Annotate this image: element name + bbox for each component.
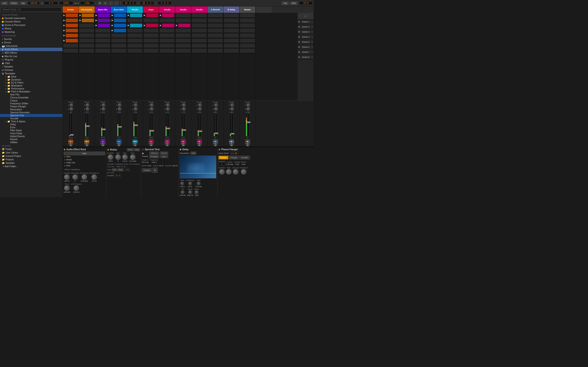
key-btn[interactable]: Key	[282, 2, 289, 5]
search-input[interactable]	[1, 7, 61, 12]
clip-11-2[interactable]	[240, 23, 255, 28]
record-btn[interactable]: ●	[114, 1, 119, 5]
pan-knob-3[interactable]	[116, 140, 122, 140]
clip-4-2[interactable]	[127, 23, 143, 28]
clip-9-3[interactable]	[208, 28, 223, 33]
clip-3-4[interactable]	[111, 33, 127, 38]
fader-2[interactable]	[103, 114, 105, 136]
clip-9-5[interactable]	[208, 38, 223, 43]
mute-btn-11[interactable]: ⚙	[246, 144, 249, 146]
track-num-btn-0[interactable]: 1	[68, 140, 73, 142]
send-a-knob-9[interactable]	[214, 103, 218, 107]
tree-item-delay[interactable]: Delay	[0, 123, 62, 126]
pan-knob-0[interactable]	[68, 140, 73, 140]
fader-6[interactable]	[167, 114, 169, 136]
solo-btn-3[interactable]: S	[116, 142, 121, 144]
place-add-add-folder...[interactable]: + Add Folder...	[0, 165, 62, 168]
feedback-d-knob[interactable]	[188, 182, 192, 185]
place-packs[interactable]: 📦Packs	[0, 148, 62, 151]
send-b-knob-3[interactable]	[118, 107, 121, 111]
track-header-0[interactable]: Drums	[63, 6, 79, 13]
scene-2[interactable]: ▶Scene 33	[298, 29, 313, 34]
fader-7[interactable]	[183, 114, 185, 136]
macro-knob-4[interactable]	[64, 185, 69, 191]
send-a-knob-10[interactable]	[230, 103, 234, 107]
send-b-knob-9[interactable]	[214, 107, 218, 111]
clip-1-1[interactable]	[79, 18, 95, 23]
pan-knob-9[interactable]	[213, 140, 218, 140]
onsets-btn[interactable]: Onsets	[160, 152, 168, 155]
send-a-knob-7[interactable]	[182, 103, 186, 107]
new-macro-btn[interactable]: New	[64, 152, 105, 155]
scene-4[interactable]: ▶Scene 55	[298, 40, 313, 44]
solo-btn-6[interactable]: S	[165, 142, 170, 144]
rate-ph-knob[interactable]	[226, 169, 232, 175]
tree-item-chorus-ensemble[interactable]: Chorus-Ensemble	[0, 96, 62, 99]
clip-3-6[interactable]	[111, 43, 127, 48]
clip-6-4[interactable]	[159, 33, 175, 38]
phaser-led[interactable]	[218, 149, 220, 150]
clip-8-4[interactable]	[191, 33, 207, 38]
clip-0-3[interactable]	[63, 28, 78, 33]
track-header-4[interactable]: Plucks	[127, 6, 143, 13]
sidebar-cat-midi-effects[interactable]: ◇MIDI Effects	[0, 51, 62, 55]
clip-1-6[interactable]	[79, 43, 95, 48]
sidebar-item-favorite-instruments[interactable]: Favorite Instruments	[0, 17, 62, 20]
clip-4-3[interactable]	[127, 28, 143, 33]
pan-knob-7[interactable]	[181, 140, 186, 140]
clip-2-6[interactable]	[95, 43, 111, 48]
solo-btn-0[interactable]: S	[68, 142, 73, 144]
tree-item-dynamics[interactable]: ▸📁Dynamics	[0, 78, 62, 81]
clip-6-5[interactable]	[159, 38, 175, 43]
solo-btn-2[interactable]: S	[100, 142, 105, 144]
fader-thumb-3[interactable]	[119, 126, 122, 127]
macro-knob-1[interactable]	[72, 174, 78, 180]
shift-knob[interactable]	[197, 182, 200, 185]
sidebar-cat-samples[interactable]: ~Samples	[0, 65, 62, 68]
tree-item-phaser-flanger[interactable]: Phaser-Flanger	[0, 105, 62, 108]
send-a-knob-8[interactable]	[198, 103, 202, 107]
clip-8-1[interactable]	[191, 18, 207, 23]
clip-1-4[interactable]	[79, 33, 95, 38]
sidebar-cat-drums[interactable]: ●Drums	[0, 41, 62, 44]
phaser-tab-flanger[interactable]: Flanger	[229, 156, 239, 159]
track-num-btn-7[interactable]: 8	[181, 140, 186, 142]
tree-item-corpus[interactable]: Corpus	[0, 99, 62, 102]
fader-thumb-4[interactable]	[135, 125, 138, 126]
knob-jitter[interactable]	[122, 154, 128, 160]
clip-5-1[interactable]	[143, 18, 159, 23]
clip-10-6[interactable]	[224, 43, 239, 48]
clip-1-2[interactable]	[79, 23, 95, 28]
manual-btn[interactable]: Manual	[149, 152, 159, 155]
sidebar-item-drums-&-percussion[interactable]: Drums & Percussion	[0, 23, 62, 27]
stop-btn[interactable]: ■	[109, 1, 113, 5]
fader-thumb-11[interactable]	[247, 122, 250, 123]
track-num-btn-3[interactable]: 4	[116, 140, 121, 142]
scene-7[interactable]: ▶Scene 88	[298, 55, 313, 60]
send-b-knob-0[interactable]	[69, 107, 73, 111]
macro-item-0[interactable]: ▸Intro	[64, 155, 105, 158]
follow-btn[interactable]: Follow	[9, 2, 19, 5]
spray-knob[interactable]	[188, 190, 192, 194]
tree-item-spectral-resonator[interactable]: Spectral Resonator	[0, 111, 62, 114]
clip-0-7[interactable]	[63, 48, 78, 53]
mute-btn-1[interactable]: ⚙	[85, 144, 88, 146]
clip-7-4[interactable]	[175, 33, 191, 38]
clip-1-0[interactable]	[79, 13, 95, 18]
scene-5[interactable]: ▶Scene 66	[298, 44, 313, 50]
pan-knob-1[interactable]	[84, 140, 90, 140]
tree-item-auto-pan[interactable]: Auto Pan	[0, 93, 62, 96]
pan-knob-11[interactable]	[245, 140, 250, 140]
phaser-tab-doubler[interactable]: Doubler	[239, 156, 250, 159]
fader-thumb-7[interactable]	[183, 129, 186, 131]
clip-10-7[interactable]	[224, 48, 239, 53]
time-knob[interactable]	[180, 182, 184, 185]
send-b-knob-4[interactable]	[134, 107, 138, 111]
track-num-btn-6[interactable]: 7	[165, 140, 170, 142]
solo-btn-4[interactable]: S	[132, 142, 138, 144]
track-num-btn-10[interactable]: B	[229, 140, 234, 142]
send-b-knob-1[interactable]	[86, 107, 89, 111]
sync-btn[interactable]: Sync	[160, 155, 168, 158]
clip-8-3[interactable]	[191, 28, 207, 33]
track-num-btn-9[interactable]: A	[213, 140, 218, 142]
